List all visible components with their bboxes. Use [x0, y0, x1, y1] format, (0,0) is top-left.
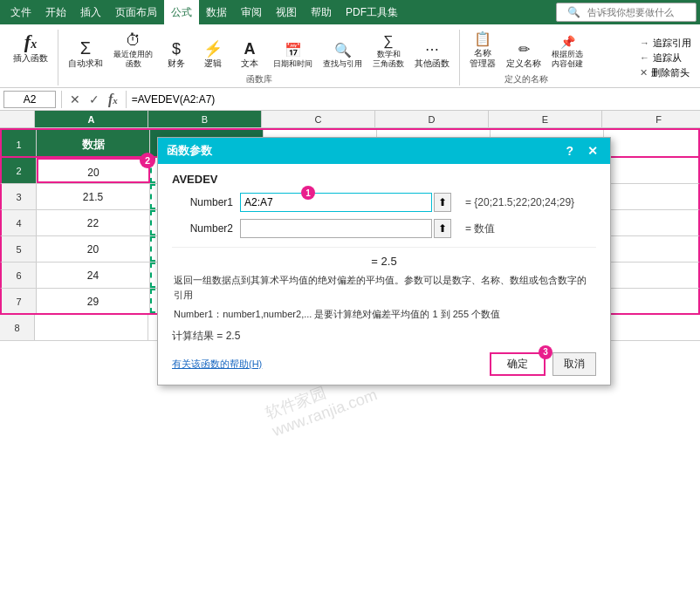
ribbon-group-insert-fn: fx 插入函数 [3, 30, 58, 85]
dialog-help-icon-button[interactable]: ? [562, 144, 577, 158]
col-header-f[interactable]: F [602, 111, 700, 127]
dialog-footer: 有关该函数的帮助(H) 确定 3 取消 [172, 352, 596, 376]
dialog-result-value: = 2.5 [371, 255, 396, 268]
content-area: A B C D E F 1 数据 AVEDEV [0, 111, 700, 607]
menu-item-view[interactable]: 视图 [269, 0, 304, 24]
autosum-button[interactable]: Σ 自动求和 [64, 37, 107, 72]
ribbon-group-names: 📋 名称管理器 ✏ 定义名称 📌 根据所选内容创建 定义的名称 [460, 30, 593, 85]
menu-item-insert[interactable]: 插入 [73, 0, 108, 24]
number1-badge: 1 [301, 186, 315, 200]
cancel-button[interactable]: 取消 [552, 352, 596, 376]
number2-label: Number2 [172, 222, 233, 235]
number2-input[interactable] [240, 219, 432, 238]
number1-input-wrap: ⬆ 1 [240, 193, 451, 212]
row-num-3: 3 [2, 184, 37, 209]
finance-button[interactable]: $ 财务 [159, 38, 194, 72]
ok-button-wrapper: 确定 3 [490, 352, 546, 376]
row-num-5: 5 [2, 236, 37, 262]
create-from-selection-button[interactable]: 📌 根据所选内容创建 [547, 33, 587, 72]
ok-button[interactable]: 确定 [490, 352, 546, 376]
number2-input-wrap: ⬆ [240, 219, 451, 238]
menu-item-file[interactable]: 文件 [3, 0, 38, 24]
column-headers: A B C D E F [0, 111, 700, 128]
insert-function-button[interactable]: fx 插入函数 [9, 30, 52, 66]
remove-arrows-button[interactable]: ✕ 删除箭头 [640, 66, 691, 79]
cell-a8[interactable] [35, 315, 148, 340]
number1-result: = {20;21.5;22;20;24;29} [465, 196, 574, 208]
logic-icon: ⚡ [203, 41, 223, 57]
cell-a3[interactable]: 21.5 [37, 184, 150, 209]
row-num-7: 7 [2, 289, 37, 313]
menu-item-review[interactable]: 审阅 [234, 0, 269, 24]
function-library-label: 函数库 [246, 73, 272, 85]
number1-input[interactable] [240, 193, 432, 212]
dialog-description: 返回一组数据点到其算术平均值的绝对偏差的平均值。参数可以是数字、名称、数组或包含… [172, 273, 596, 302]
fx-icon: fx [24, 32, 37, 51]
trace-precedents-button[interactable]: → 追踪引用 [640, 37, 691, 50]
menu-item-formula[interactable]: 公式 [164, 0, 199, 24]
more-icon: ⋯ [425, 43, 439, 57]
dialog-result-row: = 2.5 [172, 247, 596, 268]
cell-a7[interactable]: 29 [37, 289, 150, 313]
other-functions-button[interactable]: ⋯ 其他函数 [410, 40, 454, 72]
cell-a4[interactable]: 22 [37, 210, 150, 235]
cell-a1[interactable]: 数据 [37, 130, 150, 156]
insert-function-bar-button[interactable]: fx [106, 92, 120, 107]
search-box[interactable]: 🔍 [556, 3, 697, 22]
cell-a2[interactable]: 20 2 [37, 158, 150, 183]
dialog-calc-result: 计算结果 = 2.5 [172, 329, 596, 344]
menu-item-layout[interactable]: 页面布局 [108, 0, 164, 24]
badge-2: 2 [140, 153, 155, 168]
number2-collapse-button[interactable]: ⬆ [434, 219, 451, 238]
name-manager-button[interactable]: 📋 名称管理器 [465, 30, 500, 72]
logic-button[interactable]: ⚡ 逻辑 [196, 38, 230, 72]
ribbon-area: fx 插入函数 Σ 自动求和 ⏱ 最近使用的函数 [0, 24, 700, 88]
confirm-formula-button[interactable]: ✓ [86, 92, 102, 106]
number1-label: Number1 [172, 196, 233, 208]
search-input[interactable] [587, 7, 692, 17]
selection-icon: 📌 [560, 36, 575, 48]
dialog-footer-buttons: 确定 3 取消 [490, 352, 596, 376]
dialog-title-actions: ? ✕ [562, 144, 601, 158]
search-icon: 🔍 [560, 0, 587, 24]
formula-bar-divider2 [126, 91, 127, 108]
menu-item-pdf[interactable]: PDF工具集 [339, 0, 405, 24]
cell-a5[interactable]: 20 [37, 236, 150, 262]
trace-dependents-icon: ← [640, 52, 649, 63]
ok-badge: 3 [539, 345, 552, 359]
dialog-title-text: 函数参数 [167, 143, 212, 159]
define-name-button[interactable]: ✏ 定义名称 [502, 40, 546, 72]
menu-item-start[interactable]: 开始 [38, 0, 73, 24]
row-num-6: 6 [2, 263, 37, 288]
row-num-1: 1 [2, 130, 37, 156]
dialog-field-number2: Number2 ⬆ = 数值 [172, 219, 596, 238]
sigma-icon: Σ [80, 39, 91, 57]
math-button[interactable]: ∑ 数学和三角函数 [368, 31, 408, 72]
cancel-formula-button[interactable]: ✕ [67, 92, 83, 106]
col-header-e[interactable]: E [489, 111, 602, 127]
col-header-a[interactable]: A [35, 111, 148, 127]
number2-result: = 数值 [465, 222, 495, 236]
cell-reference-box[interactable] [3, 91, 56, 108]
row-num-2: 2 [2, 158, 37, 183]
lookup-icon: 🔍 [334, 44, 352, 58]
formula-input[interactable] [132, 93, 697, 106]
function-arguments-dialog: 函数参数 ? ✕ AVEDEV Number1 ⬆ 1 [157, 137, 611, 385]
lookup-button[interactable]: 🔍 查找与引用 [319, 41, 367, 72]
col-header-d[interactable]: D [375, 111, 489, 127]
recent-functions-button[interactable]: ⏱ 最近使用的函数 [109, 30, 157, 72]
dialog-close-button[interactable]: ✕ [584, 144, 601, 158]
menu-item-help[interactable]: 帮助 [304, 0, 339, 24]
number1-collapse-button[interactable]: ⬆ [434, 193, 451, 212]
col-header-b[interactable]: B [148, 111, 262, 127]
trace-dependents-button[interactable]: ← 追踪从 [640, 51, 691, 65]
text-button[interactable]: A 文本 [232, 38, 267, 72]
menu-item-data[interactable]: 数据 [199, 0, 234, 24]
datetime-button[interactable]: 📅 日期和时间 [269, 41, 317, 72]
col-header-c[interactable]: C [262, 111, 375, 127]
cell-a6[interactable]: 24 [37, 263, 150, 288]
defined-names-label: 定义的名称 [504, 73, 548, 85]
clock-icon: ⏱ [126, 32, 141, 48]
menu-bar: 文件 开始 插入 页面布局 公式 数据 审阅 视图 帮助 PDF工具集 🔍 [0, 0, 700, 24]
dialog-help-link[interactable]: 有关该函数的帮助(H) [172, 358, 262, 371]
